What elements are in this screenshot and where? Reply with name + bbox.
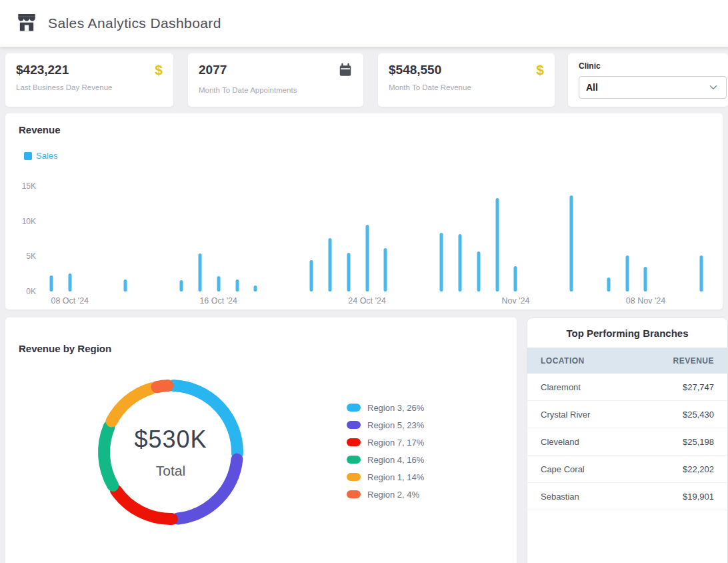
column-revenue: REVENUE	[673, 356, 714, 366]
kpi-card-mtd-appointments: 2077 Month To Date Appointments	[188, 53, 363, 107]
donut-center: $530K Total	[91, 372, 251, 532]
x-axis-tick: Nov '24	[501, 296, 529, 306]
revenue-bar[interactable]	[68, 273, 71, 292]
legend-swatch	[347, 490, 361, 498]
revenue-by-region-card: Revenue by Region $530K Total Region 3, …	[5, 318, 517, 563]
legend-label: Region 5, 23%	[367, 420, 424, 430]
revenue-bar[interactable]	[625, 255, 629, 292]
revenue-bar[interactable]	[644, 267, 647, 292]
clinic-select[interactable]: All	[579, 76, 727, 99]
x-axis-tick: 08 Nov '24	[626, 296, 665, 306]
sales-series-legend[interactable]: Sales	[24, 151, 58, 161]
revenue-bar[interactable]	[49, 275, 53, 292]
revenue-bar[interactable]	[347, 253, 350, 292]
revenue-bar[interactable]	[495, 198, 499, 292]
legend-label: Region 7, 17%	[367, 438, 424, 448]
y-axis-tick: 0K	[26, 287, 36, 296]
legend-swatch	[347, 421, 361, 429]
legend-swatch	[347, 404, 361, 412]
revenue-bar[interactable]	[217, 276, 220, 292]
revenue-bar[interactable]	[440, 233, 443, 292]
branch-row: Cape Coral$22,202	[527, 456, 727, 483]
branch-location: Claremont	[541, 382, 581, 392]
branch-row: Crystal River$25,430	[527, 401, 727, 428]
branch-revenue: $27,747	[683, 382, 714, 392]
y-axis-tick: 15K	[22, 181, 36, 191]
branch-row: Claremont$27,747	[527, 374, 727, 401]
branches-title: Top Performing Branches	[527, 318, 727, 348]
branch-row: Sebastian$19,901	[527, 483, 727, 510]
branch-location: Cape Coral	[541, 464, 585, 474]
branch-location: Cleveland	[541, 437, 579, 447]
revenue-bar[interactable]	[198, 253, 201, 292]
region-section-title: Revenue by Region	[19, 343, 111, 354]
branch-row: Cleveland$25,198	[527, 428, 727, 456]
x-axis-tick: 16 Oct '24	[199, 296, 237, 306]
legend-label: Region 4, 16%	[367, 455, 424, 465]
revenue-bar[interactable]	[570, 195, 573, 292]
dollar-icon: $	[155, 63, 163, 77]
region-legend-item[interactable]: Region 5, 23%	[347, 416, 424, 434]
revenue-bar[interactable]	[235, 279, 239, 292]
donut-total-label: Total	[156, 463, 185, 479]
revenue-bar[interactable]	[607, 277, 610, 292]
branch-location: Sebastian	[541, 492, 579, 502]
region-legend: Region 3, 26%Region 5, 23%Region 7, 17%R…	[347, 399, 424, 503]
x-axis-tick: 08 Oct '24	[51, 296, 89, 306]
legend-swatch	[24, 152, 32, 160]
revenue-x-axis: 08 Oct '2416 Oct '2424 Oct '24Nov '2408 …	[42, 296, 711, 307]
calendar-icon	[338, 63, 353, 80]
kpi-value: $548,550	[389, 63, 441, 77]
branch-revenue: $25,430	[683, 410, 714, 420]
branch-location: Crystal River	[541, 410, 590, 420]
legend-swatch	[347, 473, 361, 481]
kpi-label: Last Business Day Revenue	[16, 83, 163, 91]
revenue-bar[interactable]	[365, 225, 369, 292]
branch-revenue: $19,901	[683, 492, 714, 502]
app-header: Sales Analytics Dashboard	[0, 0, 728, 47]
column-location: LOCATION	[541, 356, 585, 366]
region-donut-chart: $530K Total	[91, 372, 251, 532]
revenue-bar[interactable]	[328, 238, 331, 292]
revenue-bar[interactable]	[384, 248, 387, 292]
kpi-label: Month To Date Revenue	[389, 83, 544, 91]
revenue-bar[interactable]	[309, 260, 313, 292]
branches-table-body: Claremont$27,747Crystal River$25,430Clev…	[527, 374, 727, 510]
region-legend-item[interactable]: Region 7, 17%	[347, 434, 424, 451]
region-legend-item[interactable]: Region 3, 26%	[347, 399, 424, 416]
revenue-bar[interactable]	[124, 279, 127, 292]
kpi-card-last-business-day-revenue: $423,221 $ Last Business Day Revenue	[5, 53, 173, 107]
chevron-down-icon	[707, 81, 719, 93]
kpi-label: Month To Date Appointments	[199, 86, 353, 94]
revenue-bar[interactable]	[477, 251, 480, 292]
y-axis-tick: 10K	[22, 217, 36, 226]
legend-label: Region 2, 4%	[367, 490, 419, 500]
dollar-icon: $	[536, 63, 544, 77]
kpi-value: 2077	[199, 63, 227, 77]
revenue-bar-plot	[42, 186, 711, 292]
legend-label: Region 3, 26%	[367, 403, 424, 413]
y-axis-tick: 5K	[26, 251, 36, 261]
x-axis-tick: 24 Oct '24	[348, 296, 386, 306]
region-legend-item[interactable]: Region 4, 16%	[347, 451, 424, 468]
revenue-bar[interactable]	[458, 234, 461, 292]
region-legend-item[interactable]: Region 1, 14%	[347, 468, 424, 486]
revenue-section-title: Revenue	[19, 124, 61, 135]
legend-swatch	[347, 438, 361, 446]
revenue-bar[interactable]	[179, 280, 183, 292]
clinic-select-value: All	[586, 82, 598, 93]
page-title: Sales Analytics Dashboard	[48, 15, 221, 31]
legend-swatch	[347, 456, 361, 464]
legend-label: Region 1, 14%	[367, 472, 424, 482]
branch-revenue: $22,202	[683, 464, 714, 474]
top-branches-card: Top Performing Branches LOCATION REVENUE…	[527, 318, 728, 563]
revenue-bar[interactable]	[700, 255, 703, 292]
revenue-bar[interactable]	[514, 266, 517, 292]
region-legend-item[interactable]: Region 2, 4%	[347, 486, 424, 503]
kpi-card-mtd-revenue: $548,550 $ Month To Date Revenue	[378, 53, 555, 107]
branches-table-header: LOCATION REVENUE	[527, 348, 727, 374]
revenue-y-axis: 0K5K10K15K	[5, 186, 36, 292]
revenue-chart-card: Revenue Sales 0K5K10K15K 08 Oct '2416 Oc…	[5, 113, 723, 310]
clinic-filter-label: Clinic	[579, 61, 728, 71]
revenue-bar[interactable]	[254, 286, 257, 292]
